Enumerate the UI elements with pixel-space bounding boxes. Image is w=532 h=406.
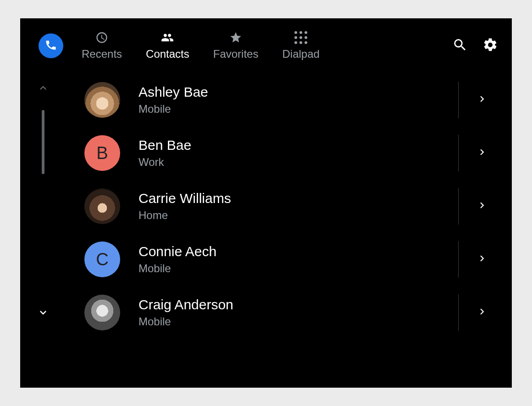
top-bar: Recents Contacts Favorites Dialpad	[20, 18, 512, 73]
contact-detail-button[interactable]	[476, 252, 488, 266]
chevron-up-icon	[37, 82, 50, 94]
scroll-up-button[interactable]	[37, 82, 50, 96]
contact-detail-button[interactable]	[476, 146, 488, 160]
contact-row[interactable]: Carrie Williams Home	[84, 180, 512, 233]
scroll-down-button[interactable]	[37, 306, 50, 321]
row-divider	[458, 294, 459, 331]
contact-info: Ben Bae Work	[139, 137, 191, 169]
chevron-down-icon	[37, 306, 50, 319]
chevron-right-icon	[476, 146, 488, 158]
avatar	[84, 82, 120, 118]
scroll-controls	[36, 73, 50, 339]
tab-label: Favorites	[213, 48, 259, 60]
clock-icon	[95, 31, 108, 44]
contact-row[interactable]: C Connie Aech Mobile	[84, 233, 512, 286]
tab-recents[interactable]: Recents	[82, 31, 122, 60]
phone-button[interactable]	[39, 33, 63, 58]
tab-label: Recents	[82, 48, 122, 60]
contact-row[interactable]: Craig Anderson Mobile	[84, 286, 512, 339]
row-divider	[458, 188, 459, 225]
search-button[interactable]	[452, 37, 468, 55]
star-icon	[229, 31, 242, 44]
dialpad-icon	[294, 31, 307, 44]
tab-dialpad[interactable]: Dialpad	[282, 31, 319, 60]
tab-label: Contacts	[146, 48, 189, 60]
row-divider	[458, 82, 459, 118]
contact-detail-button[interactable]	[476, 306, 488, 319]
row-divider	[458, 135, 459, 171]
contact-name: Carrie Williams	[139, 191, 231, 206]
contact-phone-label: Home	[139, 209, 231, 222]
phone-app-screen: Recents Contacts Favorites Dialpad	[20, 18, 512, 388]
contact-name: Craig Anderson	[139, 297, 233, 313]
chevron-right-icon	[476, 199, 488, 211]
contact-info: Craig Anderson Mobile	[139, 297, 233, 328]
contact-phone-label: Mobile	[139, 103, 208, 115]
people-icon	[161, 31, 174, 44]
chevron-right-icon	[476, 93, 488, 105]
avatar: B	[84, 135, 120, 171]
tab-label: Dialpad	[282, 48, 319, 60]
chevron-right-icon	[476, 306, 488, 318]
gear-icon	[482, 37, 498, 53]
avatar	[84, 188, 120, 224]
tab-favorites[interactable]: Favorites	[213, 31, 259, 60]
contact-info: Carrie Williams Home	[139, 191, 231, 222]
avatar: C	[84, 241, 120, 277]
contact-info: Ashley Bae Mobile	[139, 84, 208, 115]
top-actions	[452, 37, 498, 55]
contact-phone-label: Mobile	[139, 262, 216, 275]
contact-name: Ashley Bae	[139, 84, 208, 100]
contact-detail-button[interactable]	[476, 199, 488, 213]
contact-list[interactable]: Ashley Bae Mobile B Ben Bae Work	[84, 73, 512, 339]
settings-button[interactable]	[482, 37, 498, 55]
contact-phone-label: Work	[139, 156, 191, 169]
contact-phone-label: Mobile	[139, 315, 233, 328]
search-icon	[452, 37, 468, 53]
contact-detail-button[interactable]	[476, 93, 488, 107]
phone-icon	[44, 38, 57, 53]
avatar-letter: C	[96, 250, 108, 269]
avatar	[84, 295, 120, 330]
contact-name: Connie Aech	[139, 244, 216, 259]
scrollbar-thumb[interactable]	[42, 110, 44, 174]
contact-row[interactable]: B Ben Bae Work	[84, 126, 512, 180]
chevron-right-icon	[476, 252, 488, 264]
row-divider	[458, 241, 459, 278]
tab-contacts[interactable]: Contacts	[146, 31, 189, 60]
avatar-letter: B	[96, 143, 108, 163]
content-area: Ashley Bae Mobile B Ben Bae Work	[20, 73, 512, 339]
tabs: Recents Contacts Favorites Dialpad	[82, 31, 320, 60]
contact-info: Connie Aech Mobile	[139, 244, 216, 275]
contact-name: Ben Bae	[139, 137, 191, 153]
contact-row[interactable]: Ashley Bae Mobile	[84, 73, 512, 126]
